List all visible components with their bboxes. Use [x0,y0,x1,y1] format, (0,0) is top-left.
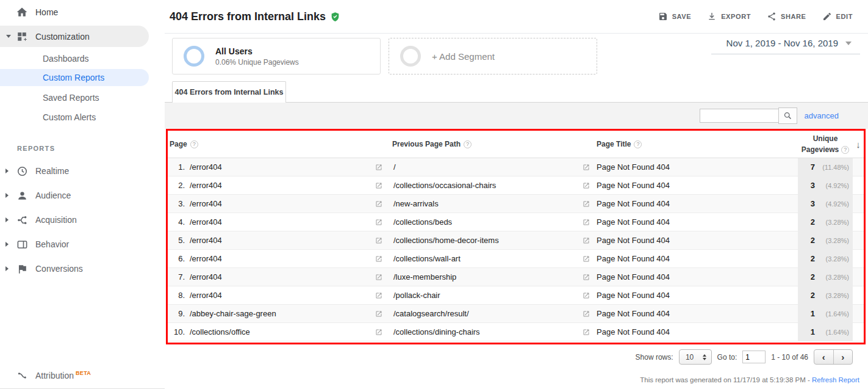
open-page-icon[interactable] [375,255,382,263]
page-value[interactable]: /abbey-chair-sage-green [190,309,276,318]
sidebar-item-acquisition[interactable]: Acquisition [0,211,149,228]
save-button[interactable]: SAVE [658,12,692,21]
previous-page-value[interactable]: /pollack-chair [393,291,440,300]
previous-page-value[interactable]: /collections/occasional-chairs [393,181,496,190]
page-value[interactable]: /error404 [190,236,222,245]
segment-all-users[interactable]: All Users 0.06% Unique Pageviews [172,38,381,75]
search-input[interactable] [700,109,779,123]
open-page-icon[interactable] [375,219,382,226]
sort-descending-icon[interactable]: ↓ [853,139,864,150]
open-page-icon[interactable] [375,237,382,244]
open-previous-page-icon[interactable] [583,237,590,244]
sidebar-item-realtime[interactable]: Realtime [0,162,149,180]
sidebar-item-customization[interactable]: Customization [0,26,149,47]
sidebar-item-home[interactable]: Home [0,4,149,21]
previous-page-cell: /collections/beds [392,213,595,231]
page-title-cell: Page Not Found 404 [595,323,798,341]
search-button[interactable] [778,107,797,124]
tab-404-errors[interactable]: 404 Errors from Internal Links [172,81,286,103]
add-segment-button[interactable]: + Add Segment [389,38,597,75]
table-row: 4./error404/collections/bedsPage Not Fou… [168,213,864,231]
column-header-page[interactable]: Page [168,140,392,148]
previous-page-value[interactable]: /collections/beds [393,217,452,227]
open-previous-page-icon[interactable] [583,182,590,189]
pageviews-percent: (1.64%) [819,329,849,336]
open-previous-page-icon[interactable] [583,164,590,171]
views-gap [853,213,864,231]
page-value[interactable]: /error404 [190,181,222,190]
table-row: 5./error404/collections/home-decor-items… [168,231,864,250]
open-previous-page-icon[interactable] [583,219,590,226]
unique-pageviews-cell: 1(1.64%) [798,323,864,341]
sidebar-item-custom-reports[interactable]: Custom Reports [0,69,149,86]
open-page-icon[interactable] [375,164,382,171]
open-page-icon[interactable] [375,182,382,189]
page-value[interactable]: /error404 [190,199,222,208]
previous-page-cell: /collections/dining-chairs [392,323,595,341]
views-gap [853,158,864,176]
column-header-previous-page-path[interactable]: Previous Page Path [392,140,595,148]
chevron-right-icon [5,193,9,198]
help-icon[interactable] [841,146,849,154]
page-value[interactable]: /error404 [190,291,222,300]
column-header-unique-pageviews[interactable]: Unique Pageviews ↓ [798,133,864,155]
page-title-value: Page Not Found 404 [597,217,670,227]
sidebar-item-saved-reports[interactable]: Saved Reports [0,89,149,106]
previous-page-button[interactable]: ‹ [814,350,834,364]
page-value[interactable]: /error404 [190,254,222,263]
page-value[interactable]: /error404 [190,272,222,282]
open-previous-page-icon[interactable] [583,255,590,263]
previous-page-value[interactable]: /catalogsearch/result/ [393,309,469,318]
refresh-report-link[interactable]: Refresh Report [812,376,859,384]
previous-page-value[interactable]: /new-arrivals [393,199,439,208]
share-button[interactable]: SHARE [767,12,806,21]
open-previous-page-icon[interactable] [583,274,590,281]
pageviews-count: 3 [811,181,815,190]
previous-page-value[interactable]: / [393,162,396,172]
help-icon[interactable] [464,140,472,148]
advanced-search-link[interactable]: advanced [805,111,839,120]
column-header-page-title[interactable]: Page Title [595,140,798,148]
open-previous-page-icon[interactable] [583,292,590,299]
sidebar-item-dashboards[interactable]: Dashboards [0,50,149,67]
sidebar-item-custom-alerts[interactable]: Custom Alerts [0,109,149,126]
edit-button[interactable]: EDIT [822,12,853,21]
help-icon[interactable] [190,140,198,148]
sidebar-item-label: Customization [35,32,90,42]
open-previous-page-icon[interactable] [583,329,590,336]
unique-pageviews-cell: 7(11.48%) [798,158,864,176]
sidebar-item-audience[interactable]: Audience [0,187,149,204]
sidebar-item-conversions[interactable]: Conversions [0,260,149,277]
table-row: 10./collections/office/collections/dinin… [168,323,864,341]
pageviews-count: 1 [811,309,815,318]
sidebar-item-label: Dashboards [43,54,89,64]
open-page-icon[interactable] [375,274,382,281]
open-page-icon[interactable] [375,200,382,208]
sidebar-item-behavior[interactable]: Behavior [0,236,149,253]
page-value[interactable]: /error404 [190,217,222,227]
page-value[interactable]: /error404 [190,162,222,172]
page-cell: 7./error404 [168,268,392,286]
goto-page-input[interactable] [742,351,766,363]
row-rank: 2. [168,181,185,190]
range-indicator: 1 - 10 of 46 [771,353,808,362]
page-value[interactable]: /collections/office [190,327,250,336]
open-page-icon[interactable] [375,329,382,336]
pageviews-percent: (3.28%) [819,274,849,281]
open-page-icon[interactable] [375,292,382,299]
pageviews-count: 2 [811,291,815,300]
next-page-button[interactable]: › [834,350,853,364]
date-range-picker[interactable]: Nov 1, 2019 - Nov 16, 2019 [726,38,852,48]
sidebar-item-attribution[interactable]: AttributionBETA [0,366,149,384]
page-title-cell: Page Not Found 404 [595,286,798,304]
open-previous-page-icon[interactable] [583,200,590,208]
open-page-icon[interactable] [375,310,382,318]
open-previous-page-icon[interactable] [583,310,590,318]
export-button[interactable]: EXPORT [707,12,751,21]
previous-page-value[interactable]: /luxe-membership [393,272,456,282]
previous-page-value[interactable]: /collections/dining-chairs [393,327,480,336]
rows-per-page-select[interactable]: 10 [679,349,712,365]
help-icon[interactable] [634,140,642,148]
previous-page-value[interactable]: /collections/wall-art [393,254,461,263]
previous-page-value[interactable]: /collections/home-decor-items [393,236,499,245]
